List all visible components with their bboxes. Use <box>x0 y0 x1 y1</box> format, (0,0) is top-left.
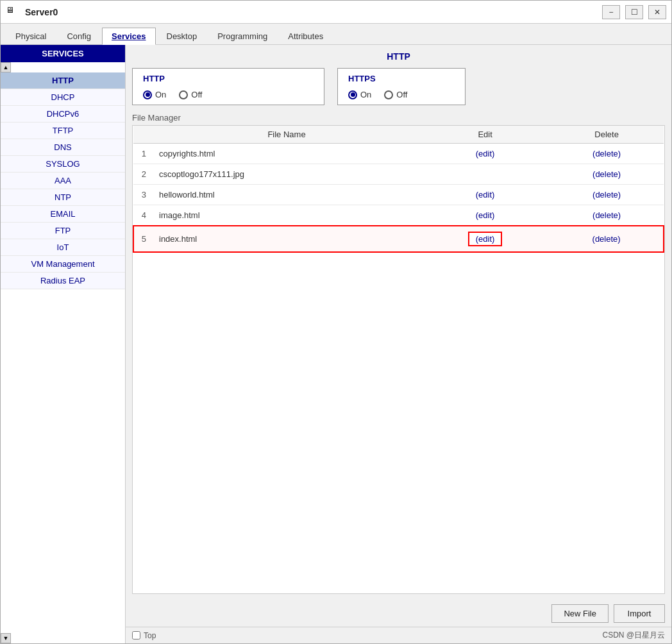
file-name: helloworld.html <box>153 185 421 205</box>
table-row: 2cscoptlogo177x111.jpg(delete) <box>133 164 664 185</box>
tab-programming[interactable]: Programming <box>208 28 277 44</box>
file-delete-link[interactable]: (delete) <box>592 190 621 199</box>
file-delete-cell[interactable]: (delete) <box>550 144 664 164</box>
http-off-radio[interactable] <box>179 90 188 99</box>
https-off-option[interactable]: Off <box>384 90 407 99</box>
http-radio-row: On Off <box>143 90 314 99</box>
file-delete-link[interactable]: (delete) <box>592 169 621 179</box>
table-header-row: File Name Edit Delete <box>133 126 664 144</box>
top-checkbox[interactable]: Top <box>132 631 156 640</box>
file-table-body: 1copyrights.html(edit)(delete)2cscoptlog… <box>133 144 664 253</box>
http-on-label: On <box>155 90 166 99</box>
table-row: 1copyrights.html(edit)(delete) <box>133 144 664 164</box>
file-num: 3 <box>133 185 153 205</box>
top-checkbox-input[interactable] <box>132 631 140 640</box>
file-edit-link[interactable]: (edit) <box>468 232 503 246</box>
file-delete-cell[interactable]: (delete) <box>550 205 664 226</box>
https-on-option[interactable]: On <box>348 90 371 99</box>
file-num: 1 <box>133 144 153 164</box>
file-edit-cell[interactable]: (edit) <box>421 226 550 252</box>
sidebar-item-dhcpv6[interactable]: DHCPv6 <box>1 106 125 123</box>
table-row: 3helloworld.html(edit)(delete) <box>133 185 664 205</box>
file-edit-link[interactable]: (edit) <box>476 149 495 158</box>
close-button[interactable]: ✕ <box>648 5 666 19</box>
file-edit-link[interactable]: (edit) <box>476 210 495 220</box>
file-manager-section: File Manager File Name Edit Delete <box>132 113 665 594</box>
sidebar-item-vm-management[interactable]: VM Management <box>1 256 125 273</box>
sidebar-item-syslog[interactable]: SYSLOG <box>1 156 125 173</box>
file-table: File Name Edit Delete 1copyrights.html(e… <box>133 126 664 253</box>
file-delete-link[interactable]: (delete) <box>592 234 621 244</box>
sidebar-item-ftp[interactable]: FTP <box>1 223 125 239</box>
col-edit: Edit <box>421 126 550 144</box>
protocol-section: HTTP On Off <box>132 68 665 105</box>
main-window: 🖥 Server0 − ☐ ✕ Physical Config Services… <box>0 0 672 644</box>
https-off-radio[interactable] <box>384 90 393 99</box>
minimize-button[interactable]: − <box>602 5 620 19</box>
file-edit-cell[interactable]: (edit) <box>421 185 550 205</box>
sidebar-item-dhcp[interactable]: DHCP <box>1 89 125 106</box>
file-edit-cell[interactable]: (edit) <box>421 205 550 226</box>
import-button[interactable]: Import <box>614 604 665 623</box>
scroll-down-arrow[interactable]: ▼ <box>1 633 11 643</box>
tab-services[interactable]: Services <box>102 28 156 45</box>
new-file-button[interactable]: New File <box>551 604 609 623</box>
https-off-label: Off <box>396 90 407 99</box>
scroll-up-arrow[interactable]: ▲ <box>1 62 11 72</box>
sidebar-item-dns[interactable]: DNS <box>1 139 125 156</box>
file-table-container: File Name Edit Delete 1copyrights.html(e… <box>132 125 665 594</box>
status-bar: Top CSDN @日星月云 <box>126 627 671 643</box>
sidebar-header: SERVICES <box>1 45 125 62</box>
https-on-radio[interactable] <box>348 90 357 99</box>
content-area: HTTP HTTP On Off <box>126 45 671 600</box>
sidebar-scroll: HTTP DHCP DHCPv6 TFTP DNS SYSLOG AAA NTP… <box>1 72 125 633</box>
content-title: HTTP <box>132 51 665 62</box>
file-edit-cell[interactable]: (edit) <box>421 144 550 164</box>
sidebar-item-aaa[interactable]: AAA <box>1 173 125 189</box>
watermark: CSDN @日星月云 <box>602 630 665 641</box>
file-num: 2 <box>133 164 153 185</box>
https-on-label: On <box>360 90 371 99</box>
file-num: 5 <box>133 226 153 252</box>
file-name: image.html <box>153 205 421 226</box>
file-delete-cell[interactable]: (delete) <box>550 185 664 205</box>
col-num <box>133 126 153 144</box>
table-row: 5index.html(edit)(delete) <box>133 226 664 252</box>
http-on-radio[interactable] <box>143 90 152 99</box>
sidebar-item-http[interactable]: HTTP <box>1 72 125 89</box>
sidebar-item-radius-eap[interactable]: Radius EAP <box>1 273 125 289</box>
top-label: Top <box>144 631 156 640</box>
https-label: HTTPS <box>348 74 455 83</box>
bottom-bar: New File Import <box>126 600 671 627</box>
tab-config[interactable]: Config <box>57 28 101 44</box>
maximize-button[interactable]: ☐ <box>625 5 643 19</box>
file-edit-link[interactable]: (edit) <box>476 190 495 199</box>
file-delete-link[interactable]: (delete) <box>592 149 621 158</box>
title-bar: 🖥 Server0 − ☐ ✕ <box>1 1 671 24</box>
http-box: HTTP On Off <box>132 68 324 105</box>
sidebar-item-iot[interactable]: IoT <box>1 239 125 256</box>
tab-physical[interactable]: Physical <box>6 28 56 44</box>
app-icon: 🖥 <box>6 5 20 19</box>
http-on-option[interactable]: On <box>143 90 166 99</box>
tab-attributes[interactable]: Attributes <box>278 28 333 44</box>
file-name: index.html <box>153 226 421 252</box>
sidebar-item-ntp[interactable]: NTP <box>1 189 125 206</box>
file-name: copyrights.html <box>153 144 421 164</box>
http-off-option[interactable]: Off <box>179 90 202 99</box>
col-filename: File Name <box>153 126 421 144</box>
https-box: HTTPS On Off <box>337 68 466 105</box>
file-delete-cell[interactable]: (delete) <box>550 164 664 185</box>
sidebar-item-tftp[interactable]: TFTP <box>1 123 125 139</box>
http-off-label: Off <box>191 90 202 99</box>
file-delete-cell[interactable]: (delete) <box>550 226 664 252</box>
file-delete-link[interactable]: (delete) <box>592 210 621 220</box>
file-name: cscoptlogo177x111.jpg <box>153 164 421 185</box>
file-edit-cell <box>421 164 550 185</box>
main-area: SERVICES ▲ HTTP DHCP DHCPv6 TFTP DNS SYS… <box>1 45 671 643</box>
sidebar: SERVICES ▲ HTTP DHCP DHCPv6 TFTP DNS SYS… <box>1 45 126 643</box>
https-radio-row: On Off <box>348 90 455 99</box>
tab-desktop[interactable]: Desktop <box>157 28 207 44</box>
table-row: 4image.html(edit)(delete) <box>133 205 664 226</box>
sidebar-item-email[interactable]: EMAIL <box>1 206 125 223</box>
